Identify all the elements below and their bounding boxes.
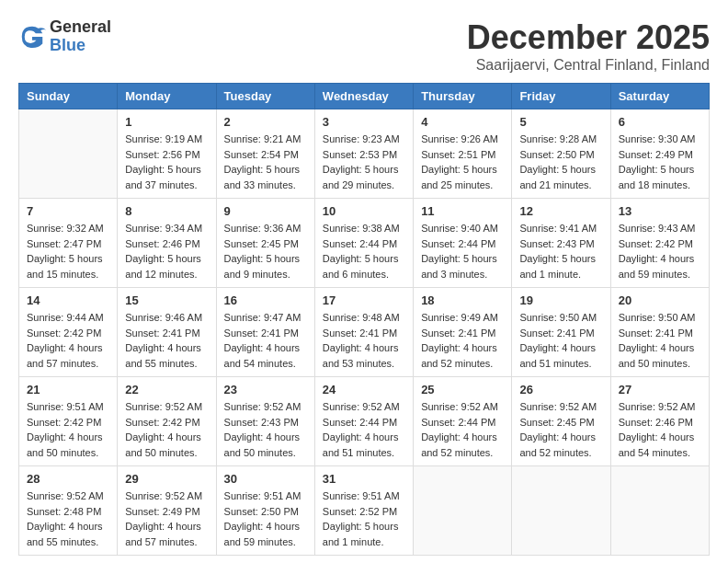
day-info: Sunrise: 9:34 AM Sunset: 2:46 PM Dayligh…: [125, 221, 208, 282]
title-section: December 2025 Saarijaervi, Central Finla…: [467, 18, 710, 74]
calendar-cell: 6Sunrise: 9:30 AM Sunset: 2:49 PM Daylig…: [610, 109, 709, 199]
day-info: Sunrise: 9:46 AM Sunset: 2:41 PM Dayligh…: [125, 310, 208, 371]
day-number: 16: [224, 293, 307, 307]
day-info: Sunrise: 9:51 AM Sunset: 2:52 PM Dayligh…: [323, 488, 405, 549]
day-number: 30: [224, 472, 307, 486]
column-header-thursday: Thursday: [414, 84, 512, 109]
day-number: 27: [619, 383, 701, 396]
calendar-header-row: SundayMondayTuesdayWednesdayThursdayFrid…: [19, 84, 710, 109]
day-number: 23: [224, 383, 307, 396]
logo: General Blue: [18, 18, 111, 55]
day-number: 9: [224, 204, 307, 218]
day-info: Sunrise: 9:52 AM Sunset: 2:44 PM Dayligh…: [421, 399, 504, 460]
day-info: Sunrise: 9:49 AM Sunset: 2:41 PM Dayligh…: [421, 310, 504, 371]
day-number: 7: [27, 204, 109, 218]
day-info: Sunrise: 9:30 AM Sunset: 2:49 PM Dayligh…: [619, 132, 701, 192]
logo-icon: [18, 23, 46, 51]
day-number: 18: [421, 293, 504, 307]
calendar-cell: 27Sunrise: 9:52 AM Sunset: 2:46 PM Dayli…: [610, 377, 709, 466]
day-number: 29: [125, 472, 208, 486]
day-number: 22: [125, 383, 208, 396]
day-number: 12: [519, 204, 602, 218]
day-info: Sunrise: 9:52 AM Sunset: 2:46 PM Dayligh…: [619, 399, 701, 460]
day-info: Sunrise: 9:50 AM Sunset: 2:41 PM Dayligh…: [519, 310, 602, 371]
column-header-sunday: Sunday: [19, 84, 118, 109]
logo-text: General Blue: [50, 18, 111, 55]
calendar-cell: 30Sunrise: 9:51 AM Sunset: 2:50 PM Dayli…: [216, 466, 314, 556]
day-info: Sunrise: 9:41 AM Sunset: 2:43 PM Dayligh…: [519, 221, 602, 282]
day-number: 17: [323, 293, 405, 307]
day-info: Sunrise: 9:52 AM Sunset: 2:48 PM Dayligh…: [27, 488, 109, 549]
day-number: 5: [519, 115, 602, 129]
calendar-cell: 4Sunrise: 9:26 AM Sunset: 2:51 PM Daylig…: [414, 109, 512, 199]
day-number: 15: [125, 293, 208, 307]
calendar-cell: 18Sunrise: 9:49 AM Sunset: 2:41 PM Dayli…: [414, 288, 512, 377]
calendar-week-row: 14Sunrise: 9:44 AM Sunset: 2:42 PM Dayli…: [19, 288, 710, 377]
calendar-cell: 29Sunrise: 9:52 AM Sunset: 2:49 PM Dayli…: [118, 466, 216, 556]
column-header-wednesday: Wednesday: [314, 84, 413, 109]
day-info: Sunrise: 9:40 AM Sunset: 2:44 PM Dayligh…: [421, 221, 504, 282]
day-info: Sunrise: 9:19 AM Sunset: 2:56 PM Dayligh…: [125, 132, 208, 192]
day-number: 6: [619, 115, 701, 129]
calendar-cell: [512, 466, 610, 556]
calendar-cell: 23Sunrise: 9:52 AM Sunset: 2:43 PM Dayli…: [216, 377, 314, 466]
calendar-cell: 16Sunrise: 9:47 AM Sunset: 2:41 PM Dayli…: [216, 288, 314, 377]
calendar-cell: 22Sunrise: 9:52 AM Sunset: 2:42 PM Dayli…: [118, 377, 216, 466]
calendar-cell: 24Sunrise: 9:52 AM Sunset: 2:44 PM Dayli…: [314, 377, 413, 466]
day-number: 31: [323, 472, 405, 486]
calendar-cell: 12Sunrise: 9:41 AM Sunset: 2:43 PM Dayli…: [512, 199, 610, 288]
day-info: Sunrise: 9:52 AM Sunset: 2:42 PM Dayligh…: [125, 399, 208, 460]
day-number: 10: [323, 204, 405, 218]
day-info: Sunrise: 9:52 AM Sunset: 2:44 PM Dayligh…: [323, 399, 405, 460]
calendar-cell: 8Sunrise: 9:34 AM Sunset: 2:46 PM Daylig…: [118, 199, 216, 288]
calendar-cell: 19Sunrise: 9:50 AM Sunset: 2:41 PM Dayli…: [512, 288, 610, 377]
day-number: 4: [421, 115, 504, 129]
calendar-cell: 26Sunrise: 9:52 AM Sunset: 2:45 PM Dayli…: [512, 377, 610, 466]
day-number: 13: [619, 204, 701, 218]
day-info: Sunrise: 9:52 AM Sunset: 2:43 PM Dayligh…: [224, 399, 307, 460]
day-info: Sunrise: 9:51 AM Sunset: 2:50 PM Dayligh…: [224, 488, 307, 549]
calendar-week-row: 28Sunrise: 9:52 AM Sunset: 2:48 PM Dayli…: [19, 466, 710, 556]
day-info: Sunrise: 9:51 AM Sunset: 2:42 PM Dayligh…: [27, 399, 109, 460]
day-info: Sunrise: 9:50 AM Sunset: 2:41 PM Dayligh…: [619, 310, 701, 371]
calendar-cell: 13Sunrise: 9:43 AM Sunset: 2:42 PM Dayli…: [610, 199, 709, 288]
calendar-cell: 28Sunrise: 9:52 AM Sunset: 2:48 PM Dayli…: [19, 466, 118, 556]
day-info: Sunrise: 9:36 AM Sunset: 2:45 PM Dayligh…: [224, 221, 307, 282]
day-number: 19: [519, 293, 602, 307]
calendar-table: SundayMondayTuesdayWednesdayThursdayFrid…: [18, 83, 710, 556]
month-title: December 2025: [467, 18, 710, 57]
calendar-cell: 31Sunrise: 9:51 AM Sunset: 2:52 PM Dayli…: [314, 466, 413, 556]
day-info: Sunrise: 9:23 AM Sunset: 2:53 PM Dayligh…: [323, 132, 405, 192]
day-info: Sunrise: 9:28 AM Sunset: 2:50 PM Dayligh…: [519, 132, 602, 192]
calendar-cell: 20Sunrise: 9:50 AM Sunset: 2:41 PM Dayli…: [610, 288, 709, 377]
calendar-cell: [19, 109, 118, 199]
column-header-monday: Monday: [118, 84, 216, 109]
location-subtitle: Saarijaervi, Central Finland, Finland: [467, 57, 710, 74]
day-info: Sunrise: 9:52 AM Sunset: 2:49 PM Dayligh…: [125, 488, 208, 549]
day-number: 25: [421, 383, 504, 396]
calendar-cell: 9Sunrise: 9:36 AM Sunset: 2:45 PM Daylig…: [216, 199, 314, 288]
day-info: Sunrise: 9:26 AM Sunset: 2:51 PM Dayligh…: [421, 132, 504, 192]
calendar-cell: 11Sunrise: 9:40 AM Sunset: 2:44 PM Dayli…: [414, 199, 512, 288]
calendar-cell: 17Sunrise: 9:48 AM Sunset: 2:41 PM Dayli…: [314, 288, 413, 377]
calendar-cell: 25Sunrise: 9:52 AM Sunset: 2:44 PM Dayli…: [414, 377, 512, 466]
day-number: 20: [619, 293, 701, 307]
calendar-cell: [610, 466, 709, 556]
calendar-week-row: 1Sunrise: 9:19 AM Sunset: 2:56 PM Daylig…: [19, 109, 710, 199]
column-header-tuesday: Tuesday: [216, 84, 314, 109]
day-info: Sunrise: 9:32 AM Sunset: 2:47 PM Dayligh…: [27, 221, 109, 282]
day-number: 8: [125, 204, 208, 218]
calendar-cell: 15Sunrise: 9:46 AM Sunset: 2:41 PM Dayli…: [118, 288, 216, 377]
day-info: Sunrise: 9:47 AM Sunset: 2:41 PM Dayligh…: [224, 310, 307, 371]
day-number: 11: [421, 204, 504, 218]
day-number: 2: [224, 115, 307, 129]
calendar-cell: 5Sunrise: 9:28 AM Sunset: 2:50 PM Daylig…: [512, 109, 610, 199]
day-info: Sunrise: 9:48 AM Sunset: 2:41 PM Dayligh…: [323, 310, 405, 371]
day-info: Sunrise: 9:43 AM Sunset: 2:42 PM Dayligh…: [619, 221, 701, 282]
logo-blue-text: Blue: [50, 37, 111, 55]
calendar-week-row: 21Sunrise: 9:51 AM Sunset: 2:42 PM Dayli…: [19, 377, 710, 466]
calendar-cell: 10Sunrise: 9:38 AM Sunset: 2:44 PM Dayli…: [314, 199, 413, 288]
day-info: Sunrise: 9:52 AM Sunset: 2:45 PM Dayligh…: [519, 399, 602, 460]
column-header-saturday: Saturday: [610, 84, 709, 109]
calendar-cell: 7Sunrise: 9:32 AM Sunset: 2:47 PM Daylig…: [19, 199, 118, 288]
